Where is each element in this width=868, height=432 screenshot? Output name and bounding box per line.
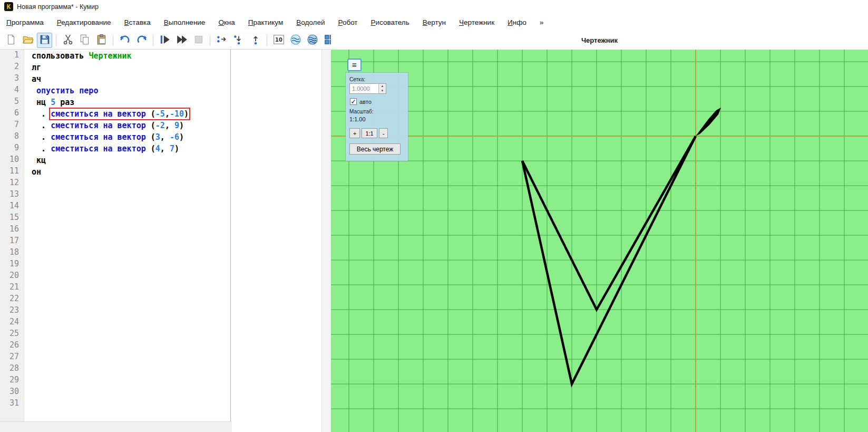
code-token: ( xyxy=(151,132,155,142)
line-number: 5 xyxy=(0,97,24,108)
title-bar: К Новая программа* - Кумир xyxy=(0,0,868,14)
kumir-window: К Новая программа* - Кумир ПрограммаРеда… xyxy=(0,0,868,432)
spin-up-icon[interactable]: ▲ xyxy=(379,84,386,89)
editor-horizontal-scrollbar[interactable] xyxy=(0,421,232,432)
highlighted-statement: сместиться на вектор (-5,-10) xyxy=(51,109,189,119)
run-to-end-button[interactable] xyxy=(174,33,189,48)
code-line-8[interactable]: . сместиться на вектор (3, -6) xyxy=(32,131,322,143)
copy-button[interactable] xyxy=(77,33,92,48)
line-number: 28 xyxy=(0,363,24,375)
paste-button[interactable] xyxy=(94,33,109,48)
run-button[interactable] xyxy=(157,33,172,48)
line-number: 2 xyxy=(0,62,24,73)
line-number: 22 xyxy=(0,294,24,305)
run-fast-icon xyxy=(176,34,188,47)
menu-item-2[interactable]: Редактирование xyxy=(57,18,111,26)
editor-vertical-scrollbar[interactable] xyxy=(321,50,331,432)
line-number: 1 xyxy=(0,50,24,62)
spinner-buttons[interactable]: ▲ ▼ xyxy=(378,84,386,93)
step-into-button[interactable] xyxy=(231,33,246,48)
undo-button[interactable] xyxy=(117,33,132,48)
code-area[interactable]: спользовать Чертежниклгач опустить перо … xyxy=(25,50,322,422)
svg-text:10: 10 xyxy=(275,36,282,42)
auto-grid-row: ✓ авто xyxy=(350,98,408,105)
menu-item-12[interactable]: Инфо xyxy=(508,18,526,26)
drawer-canvas xyxy=(331,50,868,432)
code-line-1[interactable]: спользовать Чертежник xyxy=(32,50,322,62)
menu-item-9[interactable]: Рисователь xyxy=(371,18,409,26)
menu-item-4[interactable]: Выполнение xyxy=(164,18,206,26)
code-token xyxy=(32,98,36,107)
step-into-icon xyxy=(233,34,245,47)
line-number: 17 xyxy=(0,236,24,247)
step-out-button[interactable] xyxy=(248,33,263,48)
menu-item-6[interactable]: Практикум xyxy=(248,18,283,26)
code-line-3[interactable]: ач xyxy=(32,73,322,85)
code-line-11[interactable]: он xyxy=(32,166,322,178)
line-number: 29 xyxy=(0,375,24,387)
new-file-button[interactable] xyxy=(3,33,18,48)
zoom-actual-button[interactable]: 1:1 xyxy=(362,128,377,138)
code-token: сместиться на вектор xyxy=(51,132,151,142)
menu-item-3[interactable]: Вставка xyxy=(124,18,151,26)
code-token: , xyxy=(165,121,174,130)
code-token: ач xyxy=(32,74,41,84)
menu-item-11[interactable]: Чертежник xyxy=(459,18,494,26)
menu-item-10[interactable]: Вертун xyxy=(423,18,446,26)
zoom-in-button[interactable]: + xyxy=(349,128,360,138)
app-logo-icon: К xyxy=(4,2,13,11)
stop-icon xyxy=(193,34,204,47)
menu-item-7[interactable]: Водолей xyxy=(296,18,325,26)
step-over-icon xyxy=(216,34,228,47)
drawer-window-title: Чертежник xyxy=(331,32,868,50)
spin-down-icon[interactable]: ▼ xyxy=(379,89,386,93)
cut-button[interactable] xyxy=(60,33,75,48)
grid-step-spinbox[interactable]: 1.0000 ▲ ▼ xyxy=(349,83,386,94)
open-file-button[interactable] xyxy=(20,33,35,48)
code-token: -2 xyxy=(155,121,165,130)
line-number: 27 xyxy=(0,352,24,363)
vodoley-tools-button[interactable] xyxy=(305,33,320,48)
redo-button[interactable] xyxy=(134,33,149,48)
step-over-button[interactable] xyxy=(214,33,229,48)
menu-item-8[interactable]: Робот xyxy=(338,18,357,26)
code-token xyxy=(55,98,60,107)
code-token: . xyxy=(32,121,51,130)
drawer-menu-button[interactable]: ≡ xyxy=(347,59,362,71)
code-line-10[interactable]: кц xyxy=(32,155,322,166)
code-token: ) xyxy=(184,109,189,119)
show-margin-button[interactable]: 10 xyxy=(271,33,286,48)
fit-drawing-button[interactable]: Весь чертеж xyxy=(349,143,401,155)
cut-icon xyxy=(62,34,74,47)
window-title: Новая программа* - Кумир xyxy=(17,3,99,11)
code-line-9[interactable]: . сместиться на вектор (4, 7) xyxy=(32,143,322,155)
code-token: . xyxy=(32,132,51,142)
code-token: 4 xyxy=(155,144,160,153)
vodoley-window-button[interactable] xyxy=(288,33,303,48)
code-token xyxy=(32,86,36,95)
save-file-button[interactable] xyxy=(37,33,52,48)
code-line-4[interactable]: опустить перо xyxy=(32,85,322,97)
menu-item-5[interactable]: Окна xyxy=(218,18,235,26)
menu-item-1[interactable]: Программа xyxy=(6,18,44,26)
auto-checkbox[interactable]: ✓ xyxy=(350,98,357,105)
code-editor[interactable]: 1234567891011121314151617181920212223242… xyxy=(0,50,331,432)
menu-item-13[interactable]: » xyxy=(540,18,544,26)
code-line-7[interactable]: . сместиться на вектор (-2, 9) xyxy=(32,120,322,131)
code-line-6[interactable]: . сместиться на вектор (-5,-10) xyxy=(32,108,322,120)
open-folder-icon xyxy=(22,34,34,47)
code-token: , xyxy=(160,144,170,153)
line-number: 30 xyxy=(0,387,24,398)
code-token: ( xyxy=(151,109,155,119)
zoom-out-button[interactable]: - xyxy=(379,128,388,138)
code-line-5[interactable]: нц 5 раз xyxy=(32,97,322,108)
undo-icon xyxy=(119,34,131,47)
code-token: сместиться на вектор xyxy=(51,121,151,130)
code-token: ) xyxy=(179,121,184,130)
stop-button[interactable] xyxy=(191,33,206,48)
line-number: 18 xyxy=(0,247,24,259)
code-token: ) xyxy=(174,144,179,153)
code-line-2[interactable]: лг xyxy=(32,62,322,73)
line-number: 13 xyxy=(0,189,24,201)
step-out-icon xyxy=(250,34,261,47)
